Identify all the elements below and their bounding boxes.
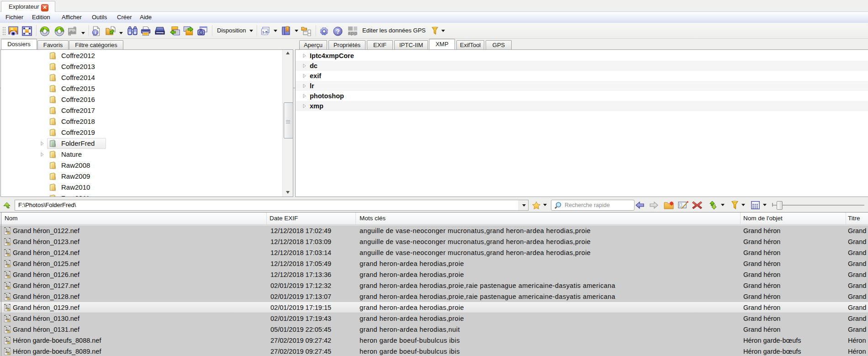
svg-text:1-5: 1-5 [262, 30, 268, 34]
svg-text:?: ? [336, 28, 340, 35]
svg-text:i: i [95, 30, 96, 35]
svg-text:app: app [348, 30, 357, 36]
